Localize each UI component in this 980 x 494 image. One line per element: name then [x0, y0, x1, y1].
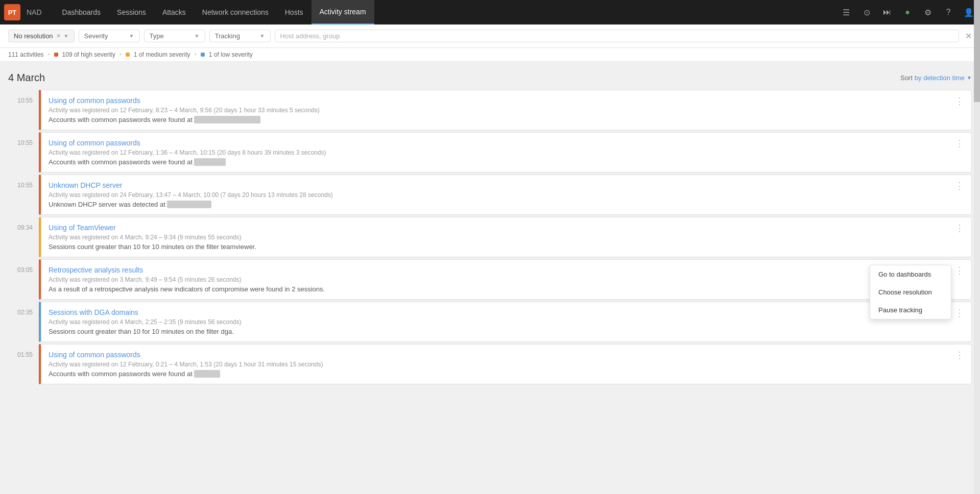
context-menu-pause-tracking[interactable]: Pause tracking	[870, 301, 951, 319]
type-filter[interactable]: Type ▼	[144, 30, 205, 42]
clear-filters-button[interactable]: ✕	[965, 31, 972, 41]
activity-desc: Sessions count greater than 10 for 10 mi…	[49, 243, 953, 251]
activity-list: 4 March Sort by detection time ▼ 10:55 U…	[0, 62, 980, 494]
tracking-arrow-icon: ▼	[260, 33, 265, 39]
nav-attacks[interactable]: Attacks	[154, 0, 194, 24]
nav-activity-stream[interactable]: Activity stream	[312, 0, 374, 24]
sort-arrow-icon: ▼	[967, 75, 972, 81]
date-title: 4 March	[8, 72, 45, 84]
activity-desc: Sessions count greater than 10 for 10 mi…	[49, 328, 953, 335]
sort-control[interactable]: Sort by detection time ▼	[900, 74, 972, 82]
activity-meta: Activity was registered on 4 March, 9:24…	[49, 234, 953, 241]
high-severity-count: 109 of high severity	[62, 51, 115, 58]
activity-desc: Accounts with common passwords were foun…	[49, 158, 953, 166]
nav-icon-group: ☰ ⊙ ⏭ ● ⚙ ? 👤	[839, 5, 976, 19]
list-item: 10:55 Using of common passwords Activity…	[8, 132, 972, 172]
sort-label: Sort	[900, 74, 913, 82]
activity-time: 09:34	[8, 217, 39, 231]
resolution-tag-label: No resolution	[14, 32, 53, 40]
activity-title[interactable]: Using of TeamViewer	[49, 224, 953, 232]
context-menu-choose-resolution[interactable]: Choose resolution	[870, 283, 951, 301]
date-header: 4 March Sort by detection time ▼	[8, 62, 972, 90]
main-content: No resolution ✕ ▼ Severity ▼ Type ▼ Trac…	[0, 24, 980, 494]
top-navigation: PT NAD Dashboards Sessions Attacks Netwo…	[0, 0, 980, 24]
activity-card: Using of common passwords Activity was r…	[41, 90, 972, 130]
scrollbar[interactable]	[974, 0, 980, 494]
host-placeholder: Host address, group	[280, 32, 340, 40]
activity-menu-button[interactable]: ⋮	[953, 307, 966, 318]
activity-desc: Unknown DHCP server was detected at	[49, 201, 953, 208]
activity-title[interactable]: Retrospective analysis results	[49, 266, 953, 274]
activity-title[interactable]: Using of common passwords	[49, 96, 953, 105]
context-menu: Go to dashboards Choose resolution Pause…	[870, 265, 951, 319]
severity-filter[interactable]: Severity ▼	[79, 30, 140, 42]
resolution-dropdown-arrow: ▼	[64, 33, 69, 39]
activity-menu-button[interactable]: ⋮	[953, 138, 966, 149]
activity-title[interactable]: Using of common passwords	[49, 351, 953, 359]
type-arrow-icon: ▼	[195, 33, 200, 39]
blurred-host	[194, 370, 220, 378]
summary-bar: 111 activities • 109 of high severity • …	[0, 48, 980, 62]
activity-card: Using of common passwords Activity was r…	[41, 344, 972, 384]
activity-meta: Activity was registered on 12 February, …	[49, 361, 953, 368]
list-item: 01:55 Using of common passwords Activity…	[8, 344, 972, 384]
activity-menu-button[interactable]: ⋮	[953, 180, 966, 191]
status-icon[interactable]: ●	[900, 5, 915, 19]
tools-icon[interactable]: ⚙	[921, 5, 935, 19]
forward-icon[interactable]: ⏭	[880, 5, 894, 19]
help-icon[interactable]: ?	[941, 5, 955, 19]
list-item: 02:35 Sessions with DGA domains Activity…	[8, 302, 972, 342]
activity-card: Unknown DHCP server Activity was registe…	[41, 175, 972, 215]
activity-title[interactable]: Sessions with DGA domains	[49, 308, 953, 316]
activity-menu-button[interactable]: ⋮	[953, 350, 966, 361]
nav-network-connections[interactable]: Network connections	[194, 0, 277, 24]
severity-label: Severity	[84, 32, 108, 40]
tracking-filter[interactable]: Tracking ▼	[209, 30, 271, 42]
activity-card: Using of TeamViewer Activity was registe…	[41, 217, 972, 257]
context-menu-go-dashboards[interactable]: Go to dashboards	[870, 265, 951, 283]
high-severity-dot	[54, 53, 58, 57]
blurred-host	[194, 158, 225, 166]
activity-meta: Activity was registered on 4 March, 2:25…	[49, 318, 953, 326]
activity-meta: Activity was registered on 24 February, …	[49, 191, 953, 199]
activity-time: 02:35	[8, 302, 39, 316]
activity-desc: Accounts with common passwords were foun…	[49, 116, 953, 124]
menu-icon[interactable]: ☰	[839, 5, 853, 19]
nav-sessions[interactable]: Sessions	[109, 0, 154, 24]
blurred-host	[194, 116, 260, 124]
app-logo: PT	[4, 4, 20, 20]
list-item: 10:55 Unknown DHCP server Activity was r…	[8, 175, 972, 215]
activity-title[interactable]: Using of common passwords	[49, 139, 953, 147]
activity-card: Using of common passwords Activity was r…	[41, 132, 972, 172]
activity-title[interactable]: Unknown DHCP server	[49, 181, 953, 189]
medium-severity-count: 1 of medium severity	[134, 51, 190, 58]
activity-time: 10:55	[8, 132, 39, 146]
type-label: Type	[150, 32, 164, 40]
filter-bar: No resolution ✕ ▼ Severity ▼ Type ▼ Trac…	[0, 24, 980, 48]
activity-menu-button[interactable]: ⋮	[953, 95, 966, 107]
activity-menu-button[interactable]: ⋮	[953, 265, 966, 276]
app-name: NAD	[27, 8, 42, 16]
low-severity-count: 1 of low severity	[209, 51, 253, 58]
activity-card: Retrospective analysis results Activity …	[41, 259, 972, 300]
activity-meta: Activity was registered on 12 February, …	[49, 149, 953, 156]
activity-desc: As a result of a retrospective analysis …	[49, 285, 953, 293]
medium-severity-dot	[126, 53, 130, 57]
resolution-filter-tag[interactable]: No resolution ✕ ▼	[8, 30, 75, 42]
sort-by-link[interactable]: by detection time	[915, 74, 965, 82]
activity-time: 03:05	[8, 259, 39, 274]
clock-icon[interactable]: ⊙	[859, 5, 874, 19]
nav-hosts[interactable]: Hosts	[277, 0, 312, 24]
activity-card: Sessions with DGA domains Activity was r…	[41, 302, 972, 342]
activity-menu-button[interactable]: ⋮	[953, 223, 966, 234]
scrollbar-thumb[interactable]	[974, 0, 980, 102]
tracking-label: Tracking	[215, 32, 240, 40]
activity-meta: Activity was registered on 12 February, …	[49, 107, 953, 114]
host-filter[interactable]: Host address, group	[275, 30, 959, 42]
resolution-tag-close[interactable]: ✕	[56, 33, 61, 39]
total-activities: 111 activities	[8, 51, 43, 58]
low-severity-dot	[201, 53, 205, 57]
list-item: 09:34 Using of TeamViewer Activity was r…	[8, 217, 972, 257]
activity-desc: Accounts with common passwords were foun…	[49, 370, 953, 378]
nav-dashboards[interactable]: Dashboards	[54, 0, 109, 24]
